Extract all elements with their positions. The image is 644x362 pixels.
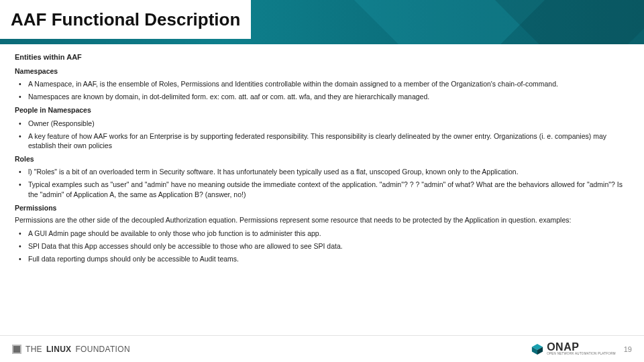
list-text: l) "Roles" is a bit of an overloaded ter… (28, 168, 519, 176)
page-title: AAF Functional Description (11, 9, 240, 30)
list-text: A GUI Admin page should be available to … (28, 229, 321, 237)
list-item: A Namespace, in AAF, is the ensemble of … (15, 79, 629, 88)
onap-text: ONAP OPEN NETWORK AUTOMATION PLATFORM (547, 341, 616, 357)
content: Entities within AAF Namespaces A Namespa… (0, 44, 644, 264)
onap-subtitle: OPEN NETWORK AUTOMATION PLATFORM (547, 353, 616, 356)
list-text: Owner (Responsible) (28, 119, 95, 127)
list-item: A key feature of how AAF works for an En… (15, 131, 629, 150)
heading-roles: Roles (15, 154, 629, 164)
list-item: Owner (Responsible) (15, 119, 629, 128)
lf-foundation: FOUNDATION (75, 345, 129, 354)
list-item: Namespaces are known by domain, in dot-d… (15, 92, 629, 101)
heading-people: People in Namespaces (15, 105, 629, 115)
heading-namespaces: Namespaces (15, 66, 629, 76)
list-people: Owner (Responsible) A key feature of how… (15, 119, 629, 151)
page-number: 19 (624, 345, 632, 353)
onap-logo: ONAP OPEN NETWORK AUTOMATION PLATFORM (531, 341, 616, 357)
linux-foundation-logo: THE LINUX FOUNDATION (12, 345, 130, 354)
list-item: Typical examples such as "user" and "adm… (15, 180, 629, 198)
list-text: A key feature of how AAF works for an En… (28, 132, 606, 149)
list-roles: l) "Roles" is a bit of an overloaded ter… (15, 167, 629, 199)
section-title: Entities within AAF (15, 52, 629, 62)
permissions-intro: Permissions are the other side of the de… (15, 215, 629, 225)
list-namespaces: A Namespace, in AAF, is the ensemble of … (15, 79, 629, 101)
list-text: Namespaces are known by domain, in dot-d… (28, 93, 429, 101)
list-item: l) "Roles" is a bit of an overloaded ter… (15, 167, 629, 176)
title-strip: AAF Functional Description (0, 0, 251, 39)
list-text: SPI Data that this App accesses should o… (28, 242, 343, 250)
onap-cube-icon (531, 343, 543, 355)
heading-permissions: Permissions (15, 203, 629, 213)
lf-linux: LINUX (46, 345, 72, 354)
list-text: Typical examples such as "user" and "adm… (28, 180, 623, 198)
list-text: Full data reporting dumps should only be… (28, 255, 239, 263)
list-text: A Namespace, in AAF, is the ensemble of … (28, 80, 558, 88)
slide: AAF Functional Description Entities with… (0, 0, 644, 362)
footer-right: ONAP OPEN NETWORK AUTOMATION PLATFORM 19 (531, 341, 632, 357)
footer: THE LINUX FOUNDATION ONAP OPEN NETWORK A… (0, 335, 644, 362)
list-permissions: A GUI Admin page should be available to … (15, 229, 629, 264)
lf-square-icon (12, 345, 21, 354)
list-item: A GUI Admin page should be available to … (15, 229, 629, 238)
list-item: Full data reporting dumps should only be… (15, 254, 629, 263)
lf-the: THE (25, 345, 42, 354)
list-item: SPI Data that this App accesses should o… (15, 241, 629, 251)
header-banner: AAF Functional Description (0, 0, 644, 44)
